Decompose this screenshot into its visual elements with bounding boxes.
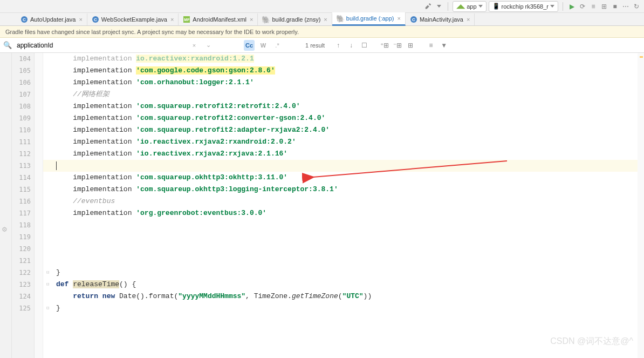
code-line: implementation 'com.squareup.retrofit2:r…: [43, 100, 644, 112]
line-gutter: 104 105 106 107 108 109 110 111 112 113 …: [12, 53, 35, 358]
more-icon[interactable]: ⋯: [621, 2, 630, 11]
code-line: implementation 'com.squareup.retrofit2:a…: [43, 124, 644, 136]
search-input[interactable]: [15, 40, 177, 51]
line-number: 114: [12, 172, 31, 184]
dropdown-icon[interactable]: [435, 2, 443, 11]
manifest-icon: MF: [183, 16, 190, 23]
funnel-icon[interactable]: ▼: [439, 40, 449, 50]
code-line: implementation 'com.squareup.okhttp3:okh…: [43, 172, 644, 184]
run-icon[interactable]: ▶: [567, 2, 576, 11]
java-icon: C: [410, 16, 417, 23]
tab-websocket[interactable]: C WebSocketExample.java ×: [87, 13, 179, 25]
code-line: ⊟}: [43, 302, 644, 314]
line-number: 116: [12, 195, 31, 207]
hammer-icon[interactable]: [424, 2, 433, 11]
code-line: [43, 231, 644, 243]
add-selection-icon[interactable]: ⁺⊞: [380, 40, 389, 50]
close-icon[interactable]: ×: [467, 16, 470, 23]
device-icon: 📱: [492, 3, 500, 10]
line-number: 122: [12, 267, 31, 279]
gear-icon[interactable]: ⚙: [2, 226, 8, 233]
profile-icon[interactable]: ≡: [589, 2, 598, 11]
code-line: [43, 219, 644, 231]
android-icon: ◢◣: [456, 3, 465, 10]
line-number: 119: [12, 231, 31, 243]
line-number: 121: [12, 255, 31, 267]
filter-icon[interactable]: ≡: [426, 40, 436, 50]
stop-icon[interactable]: ■: [611, 2, 619, 11]
line-number: 123: [12, 279, 31, 291]
next-match-icon[interactable]: ↓: [346, 40, 356, 50]
tab-autoupdater[interactable]: C AutoUpdater.java ×: [16, 13, 87, 25]
code-line: implementation 'com.orhanobut:logger:2.1…: [43, 77, 644, 89]
match-case-icon[interactable]: Cc: [244, 40, 255, 51]
java-icon: C: [20, 16, 28, 23]
debug-icon[interactable]: ⟳: [578, 2, 587, 11]
line-number: 107: [12, 89, 31, 100]
device-selector[interactable]: 📱 rockchip rk3568_r: [489, 1, 558, 12]
java-icon: C: [92, 16, 99, 23]
notification-text: Gradle files have changed since last pro…: [5, 29, 299, 35]
line-number: 104: [12, 53, 31, 65]
close-icon[interactable]: ×: [250, 16, 253, 23]
select-occurrences-icon[interactable]: ⊞: [406, 40, 415, 50]
device-label: rockchip rk3568_r: [502, 3, 549, 10]
code-line: implementation 'io.reactivex.rxjava2:rxa…: [43, 136, 644, 148]
code-line: implementation 'io.reactivex.rxjava2:rxj…: [43, 148, 644, 160]
tab-build-app[interactable]: 🐘 build.gradle (:app) ×: [332, 12, 406, 26]
tab-manifest[interactable]: MF AndroidManifest.xml ×: [179, 13, 258, 25]
attach-icon[interactable]: ⊞: [600, 2, 608, 11]
line-number: 109: [12, 112, 31, 124]
line-number: 120: [12, 243, 31, 255]
close-icon[interactable]: ×: [79, 16, 82, 23]
close-icon[interactable]: ×: [324, 16, 327, 23]
close-icon[interactable]: ×: [397, 15, 400, 22]
line-number: 108: [12, 100, 31, 112]
sync-notification: Gradle files have changed since last pro…: [0, 26, 644, 38]
line-number: 125: [12, 302, 31, 314]
clear-icon[interactable]: ×: [189, 40, 200, 51]
left-strip: ⚙: [0, 53, 12, 358]
line-number: 113: [12, 160, 31, 172]
line-number: 105: [12, 65, 31, 77]
line-number: 106: [12, 77, 31, 89]
line-number: 124: [12, 291, 31, 302]
code-line: implementation 'org.greenrobot:eventbus:…: [43, 207, 644, 219]
code-line: //eventbus: [43, 195, 644, 207]
code-line: implementation 'com.google.code.gson:gso…: [43, 65, 644, 77]
remove-selection-icon[interactable]: ⁻⊞: [393, 40, 402, 50]
gradle-icon: 🐘: [262, 16, 270, 23]
code-line: implementation 'com.squareup.retrofit2:c…: [43, 112, 644, 124]
chevron-down-icon: [478, 5, 483, 8]
run-config-selector[interactable]: ◢◣ app: [453, 1, 486, 12]
chevron-down-icon: [550, 5, 554, 8]
line-number: 118: [12, 219, 31, 231]
words-icon[interactable]: W: [258, 40, 269, 51]
find-bar: 🔍 × ⌄ Cc W .* 1 result ↑ ↓ ☐ ⁺⊞ ⁻⊞ ⊞ ≡ ▼: [0, 38, 644, 53]
regex-icon[interactable]: .*: [272, 40, 283, 51]
close-icon[interactable]: ×: [170, 16, 174, 23]
result-count: 1 result: [305, 42, 325, 49]
right-marker-strip: [638, 53, 644, 358]
fold-column: [35, 53, 43, 358]
line-number: 112: [12, 148, 31, 160]
code-content[interactable]: implementation io.reactivex:rxandroid:1.…: [43, 53, 644, 358]
history-icon[interactable]: ⌄: [203, 40, 214, 51]
select-all-icon[interactable]: ☐: [359, 40, 369, 50]
code-line: [43, 243, 644, 255]
prev-match-icon[interactable]: ↑: [333, 40, 343, 50]
code-line: return new Date().format("yyyyMMddHHmmss…: [43, 291, 644, 302]
run-config-label: app: [467, 3, 476, 10]
line-number: 111: [12, 136, 31, 148]
code-line: ⊟}: [43, 267, 644, 279]
gradle-icon: 🐘: [337, 15, 344, 22]
code-line: //网络框架: [43, 89, 644, 100]
code-line: ⊟def releaseTime() {: [43, 279, 644, 291]
tab-build-znsy[interactable]: 🐘 build.gradle (znsy) ×: [258, 13, 332, 25]
code-line: implementation 'com.squareup.okhttp3:log…: [43, 184, 644, 195]
sync-icon[interactable]: ↻: [632, 2, 641, 11]
code-line-cursor: [43, 160, 644, 172]
file-tabs: C AutoUpdater.java × C WebSocketExample.…: [0, 13, 644, 26]
line-number: 115: [12, 184, 31, 195]
tab-mainactivity[interactable]: C MainActivity.java ×: [406, 13, 475, 25]
